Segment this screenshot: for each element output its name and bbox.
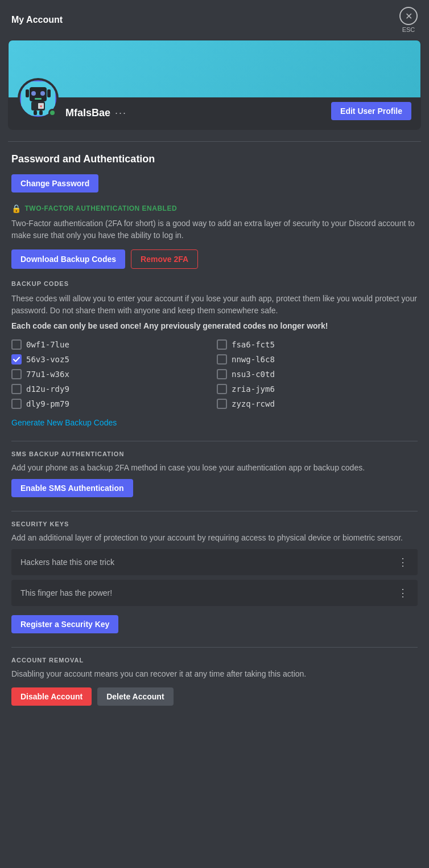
bottom-spacer bbox=[11, 706, 418, 728]
code-text-7: nsu3-c0td bbox=[232, 370, 275, 379]
sms-description: Add your phone as a backup 2FA method in… bbox=[11, 463, 418, 472]
security-key-name-0: Hackers hate this one trick bbox=[20, 558, 114, 567]
code-text-4: dly9-pm79 bbox=[26, 399, 69, 408]
code-item-3: d12u-rdy9 bbox=[11, 384, 212, 394]
code-checkbox-5[interactable] bbox=[217, 339, 227, 350]
enable-sms-button[interactable]: Enable SMS Authentication bbox=[11, 479, 133, 497]
security-key-menu-0[interactable]: ⋮ bbox=[398, 556, 409, 568]
generate-backup-codes-link[interactable]: Generate New Backup Codes bbox=[11, 418, 117, 427]
code-checkbox-7[interactable] bbox=[217, 369, 227, 379]
esc-button[interactable]: ✕ ESC bbox=[399, 7, 418, 33]
security-key-item-1: This finger has the power! ⋮ bbox=[11, 580, 418, 606]
page-title: My Account bbox=[11, 15, 63, 25]
code-item-2: 77u1-w36x bbox=[11, 369, 212, 379]
code-item-1: 56v3-voz5 bbox=[11, 354, 212, 365]
svg-rect-8 bbox=[34, 110, 37, 115]
online-status-dot bbox=[48, 109, 56, 117]
username: MfaIsBae bbox=[65, 107, 110, 119]
profile-name-area: MfaIsBae ··· bbox=[65, 101, 127, 119]
code-text-0: 0wf1-7lue bbox=[26, 340, 69, 349]
lock-icon: 🔒 bbox=[11, 204, 22, 213]
avatar-container: ♥ bbox=[18, 78, 59, 119]
svg-rect-9 bbox=[39, 110, 43, 115]
profile-info-area: ♥ MfaIsBae ··· Edit User Profile bbox=[9, 97, 420, 129]
code-text-1: 56v3-voz5 bbox=[26, 355, 69, 364]
backup-codes-label: BACKUP CODES bbox=[11, 280, 418, 287]
esc-icon: ✕ bbox=[399, 7, 418, 25]
code-text-5: fsa6-fct5 bbox=[232, 340, 275, 349]
backup-codes-description: These codes will allow you to enter your… bbox=[11, 293, 418, 317]
account-removal-btn-row: Disable Account Delete Account bbox=[11, 687, 418, 706]
delete-account-button[interactable]: Delete Account bbox=[97, 687, 173, 706]
twofa-enabled-label: 🔒 TWO-FACTOR AUTHENTICATION ENABLED bbox=[11, 204, 418, 213]
security-key-menu-1[interactable]: ⋮ bbox=[398, 587, 409, 599]
security-keys-description: Add an additional layer of protection to… bbox=[11, 533, 418, 542]
register-security-key-button[interactable]: Register a Security Key bbox=[11, 615, 118, 633]
svg-text:♥: ♥ bbox=[40, 104, 42, 108]
svg-point-3 bbox=[40, 91, 45, 96]
code-item-6: nnwg-l6c8 bbox=[217, 354, 418, 365]
code-text-8: zria-jym6 bbox=[232, 384, 275, 394]
svg-rect-4 bbox=[35, 98, 42, 100]
code-checkbox-0[interactable] bbox=[11, 339, 22, 350]
edit-profile-button[interactable]: Edit User Profile bbox=[331, 102, 411, 120]
code-checkbox-1[interactable] bbox=[11, 354, 22, 365]
security-keys-section: SECURITY KEYS Add an additional layer of… bbox=[11, 511, 418, 633]
security-key-item-0: Hackers hate this one trick ⋮ bbox=[11, 549, 418, 575]
code-item-8: zria-jym6 bbox=[217, 384, 418, 394]
twofa-status-text: TWO-FACTOR AUTHENTICATION ENABLED bbox=[25, 204, 178, 212]
code-item-0: 0wf1-7lue bbox=[11, 339, 212, 350]
code-checkbox-2[interactable] bbox=[11, 369, 22, 379]
code-text-3: d12u-rdy9 bbox=[26, 384, 69, 394]
code-text-6: nnwg-l6c8 bbox=[232, 355, 275, 364]
profile-card: ♥ MfaIsBae ··· Edit User Profile bbox=[8, 40, 421, 130]
svg-point-2 bbox=[31, 91, 36, 96]
main-content: Password and Authentication Change Passw… bbox=[0, 153, 429, 728]
account-removal-label: ACCOUNT REMOVAL bbox=[11, 657, 418, 664]
account-removal-section: ACCOUNT REMOVAL Disabling your account m… bbox=[11, 647, 418, 706]
code-checkbox-9[interactable] bbox=[217, 399, 227, 409]
svg-rect-5 bbox=[26, 89, 29, 97]
security-keys-label: SECURITY KEYS bbox=[11, 521, 418, 527]
sms-section: SMS BACKUP AUTHENTICATION Add your phone… bbox=[11, 441, 418, 497]
profile-dots-menu[interactable]: ··· bbox=[115, 107, 127, 119]
code-item-7: nsu3-c0td bbox=[217, 369, 418, 379]
sms-section-label: SMS BACKUP AUTHENTICATION bbox=[11, 451, 418, 457]
backup-codes-warning: Each code can only be used once! Any pre… bbox=[11, 321, 418, 330]
code-checkbox-6[interactable] bbox=[217, 354, 227, 365]
remove-2fa-button[interactable]: Remove 2FA bbox=[131, 249, 198, 269]
code-checkbox-8[interactable] bbox=[217, 384, 227, 394]
profile-banner bbox=[9, 40, 420, 97]
svg-rect-6 bbox=[47, 89, 51, 97]
profile-divider bbox=[8, 141, 421, 142]
code-item-5: fsa6-fct5 bbox=[217, 339, 418, 350]
code-text-9: zyzq-rcwd bbox=[232, 399, 275, 408]
twofa-section: 🔒 TWO-FACTOR AUTHENTICATION ENABLED Two-… bbox=[11, 204, 418, 269]
code-item-4: dly9-pm79 bbox=[11, 399, 212, 409]
header-bar: My Account ✕ ESC bbox=[0, 0, 429, 40]
disable-account-button[interactable]: Disable Account bbox=[11, 687, 92, 706]
twofa-description: Two-Factor authentication (2FA for short… bbox=[11, 218, 418, 241]
twofa-btn-row: Download Backup Codes Remove 2FA bbox=[11, 249, 418, 269]
code-checkbox-3[interactable] bbox=[11, 384, 22, 394]
backup-codes-grid: 0wf1-7lue fsa6-fct5 56v3-voz5 bbox=[11, 339, 418, 409]
code-item-9: zyzq-rcwd bbox=[217, 399, 418, 409]
backup-codes-section: BACKUP CODES These codes will allow you … bbox=[11, 280, 418, 427]
page-wrapper: My Account ✕ ESC bbox=[0, 0, 429, 868]
profile-left: ♥ MfaIsBae ··· bbox=[18, 99, 127, 119]
esc-label: ESC bbox=[402, 26, 415, 33]
download-backup-codes-button[interactable]: Download Backup Codes bbox=[11, 249, 125, 269]
change-password-button[interactable]: Change Password bbox=[11, 174, 98, 193]
password-section-title: Password and Authentication bbox=[11, 153, 418, 165]
code-text-2: 77u1-w36x bbox=[26, 370, 69, 379]
code-checkbox-4[interactable] bbox=[11, 399, 22, 409]
account-removal-description: Disabling your account means you can rec… bbox=[11, 669, 418, 678]
security-key-name-1: This finger has the power! bbox=[20, 588, 112, 597]
